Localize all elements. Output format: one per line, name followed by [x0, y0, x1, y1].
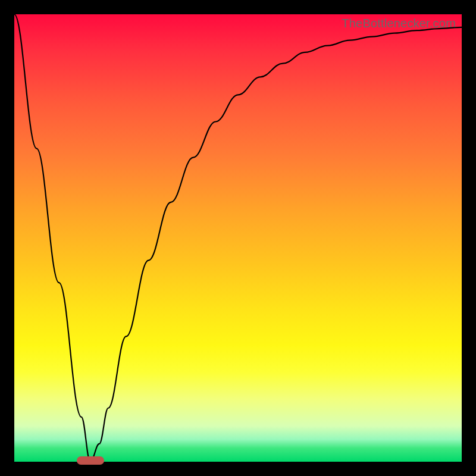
minimum-marker — [77, 456, 104, 465]
chart-frame: TheBottlenecker.com — [0, 0, 476, 476]
chart-marker-layer — [14, 14, 462, 462]
chart-plot-area: TheBottlenecker.com — [14, 14, 462, 462]
